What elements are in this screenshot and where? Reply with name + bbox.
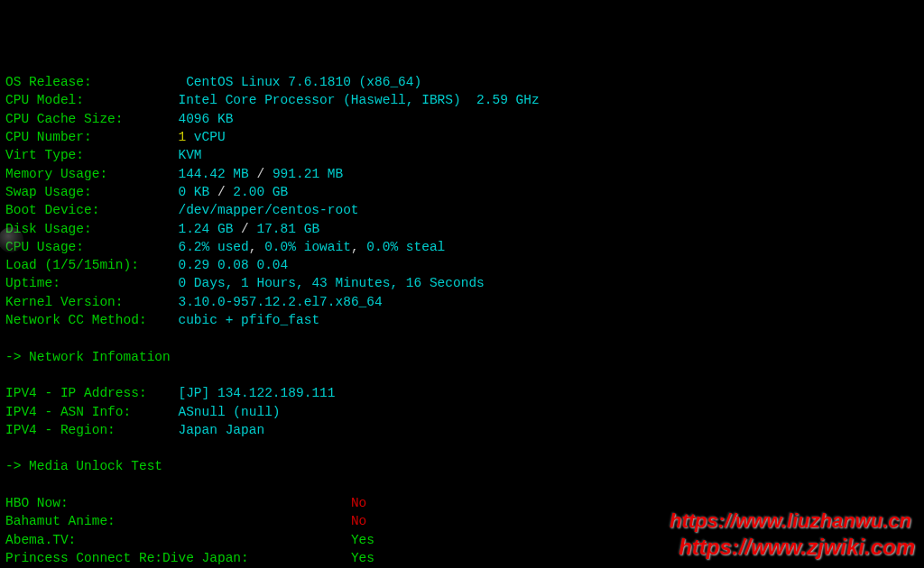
media-value: No [351, 514, 366, 528]
sys-row: Load (1/5/15min): 0.29 0.08 0.04 [5, 256, 919, 274]
sys-label: Uptime: [5, 276, 60, 290]
sys-label: Virt Type: [5, 148, 84, 162]
sys-row: Virt Type: KVM [5, 146, 919, 164]
sys-value: 2.00 GB [233, 185, 288, 199]
sys-value: , [351, 240, 366, 254]
sys-label: CPU Cache Size: [5, 112, 124, 126]
sys-label: Kernel Version: [5, 295, 124, 309]
media-row: HBO Now: No [5, 494, 919, 512]
sys-row: Boot Device: /dev/mapper/centos-root [5, 201, 919, 219]
net-value: ASnull (null) [178, 405, 280, 419]
sys-row: OS Release: CentOS Linux 7.6.1810 (x86_6… [5, 73, 919, 91]
media-label: Bahamut Anime: [5, 514, 116, 528]
sys-row: Kernel Version: 3.10.0-957.12.2.el7.x86_… [5, 293, 919, 311]
sys-value: 1 [178, 130, 186, 144]
media-row: Princess Connect Re:Dive Japan: Yes [5, 549, 919, 567]
sys-row: Network CC Method: cubic + pfifo_fast [5, 311, 919, 329]
sys-row: CPU Model: Intel Core Processor (Haswell… [5, 91, 919, 109]
sys-label: Swap Usage: [5, 185, 92, 199]
sys-value: Intel Core Processor (Haswell, IBRS) 2.5… [178, 93, 539, 107]
media-value: Yes [351, 533, 374, 547]
sys-value: 991.21 MB [273, 167, 343, 181]
sys-row: CPU Cache Size: 4096 KB [5, 110, 919, 128]
sys-value: 0.0% iowait [264, 240, 351, 254]
sys-value: 0 Days, 1 Hours, 43 Minutes, 16 Seconds [178, 276, 484, 290]
media-label: Princess Connect Re:Dive Japan: [5, 551, 249, 565]
media-value: Yes [351, 551, 374, 565]
sys-value: 0 KB [178, 185, 209, 199]
sys-row: Uptime: 0 Days, 1 Hours, 43 Minutes, 16 … [5, 274, 919, 292]
sys-label: Network CC Method: [5, 313, 147, 327]
sys-value: 1.24 GB [178, 222, 233, 236]
terminal-output: OS Release: CentOS Linux 7.6.1810 (x86_6… [0, 73, 924, 568]
blank-line [5, 366, 919, 384]
sys-value: / [209, 185, 233, 199]
sys-value: 4096 KB [178, 112, 233, 126]
blank-line [5, 329, 919, 347]
media-row: Abema.TV: Yes [5, 531, 919, 549]
blank-line [5, 439, 919, 457]
net-row: IPV4 - IP Address: [JP] 134.122.189.111 [5, 384, 919, 402]
media-value: No [351, 496, 366, 510]
media-row: Bahamut Anime: No [5, 512, 919, 530]
sys-value: /dev/mapper/centos-root [178, 203, 358, 217]
sys-value: vCPU [186, 130, 226, 144]
sys-label: Memory Usage: [5, 167, 107, 181]
sys-label: CPU Model: [5, 93, 84, 107]
sys-value: cubic + pfifo_fast [178, 313, 319, 327]
sys-value: 6.2% used [178, 240, 248, 254]
sys-row: CPU Usage: 6.2% used, 0.0% iowait, 0.0% … [5, 238, 919, 256]
net-label: IPV4 - Region: [5, 423, 116, 437]
sys-value: 3.10.0-957.12.2.el7.x86_64 [178, 295, 382, 309]
sys-label: Boot Device: [5, 203, 99, 217]
sys-value: , [249, 240, 264, 254]
sys-row: Memory Usage: 144.42 MB / 991.21 MB [5, 165, 919, 183]
sys-value: 144.42 MB [178, 167, 248, 181]
sys-label: Load (1/5/15min): [5, 258, 139, 272]
sys-row: CPU Number: 1 vCPU [5, 128, 919, 146]
sys-value: 17.81 GB [256, 222, 319, 236]
media-label: HBO Now: [5, 496, 69, 510]
section-header-network: -> Network Infomation [5, 350, 171, 364]
blank-line [5, 476, 919, 494]
section-header-media: -> Media Unlock Test [5, 459, 162, 473]
net-row: IPV4 - Region: Japan Japan [5, 421, 919, 439]
sys-value: CentOS Linux 7.6.1810 (x86_64) [186, 75, 421, 89]
sys-label: CPU Number: [5, 130, 92, 144]
sys-value: 0.0% steal [366, 240, 445, 254]
net-row: IPV4 - ASN Info: ASnull (null) [5, 403, 919, 421]
sys-value: / [233, 222, 256, 236]
net-value: Japan Japan [178, 423, 264, 437]
net-label: IPV4 - ASN Info: [5, 405, 131, 419]
net-value: [JP] 134.122.189.111 [178, 386, 335, 400]
sys-row: Swap Usage: 0 KB / 2.00 GB [5, 183, 919, 201]
media-label: Abema.TV: [5, 533, 76, 547]
sys-value: KVM [178, 148, 201, 162]
sys-row: Disk Usage: 1.24 GB / 17.81 GB [5, 220, 919, 238]
sys-value: / [249, 167, 273, 181]
sys-value: 0.29 0.08 0.04 [178, 258, 288, 272]
sys-label: OS Release: [5, 75, 92, 89]
net-label: IPV4 - IP Address: [5, 386, 147, 400]
